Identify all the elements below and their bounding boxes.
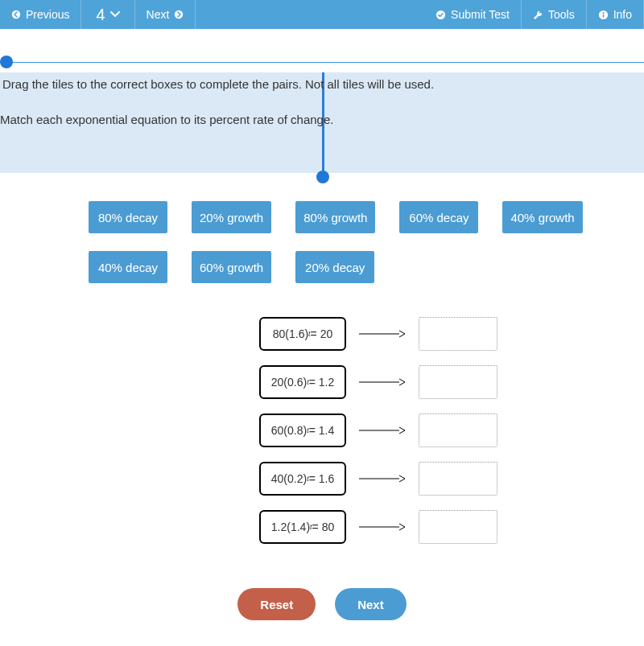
arrow-right-icon	[359, 474, 406, 483]
instruction-line-1: Drag the tiles to the correct boxes to c…	[2, 77, 434, 91]
tile[interactable]: 80% decay	[89, 201, 167, 233]
annotation-line	[0, 62, 644, 63]
chevron-right-icon	[174, 10, 184, 19]
tile[interactable]: 60% decay	[399, 201, 478, 233]
drop-target[interactable]	[419, 317, 497, 351]
instruction-line-2: Match each exponential equation to its p…	[0, 113, 333, 126]
equation-box: 60(0.8)t = 1.4	[259, 414, 346, 447]
match-rows: 80(1.6)t = 2020(0.6)t = 1.260(0.8)t = 1.…	[259, 317, 497, 544]
match-row: 20(0.6)t = 1.2	[259, 365, 497, 399]
submit-label: Submit Test	[451, 8, 510, 21]
question-number: 4	[96, 6, 105, 24]
svg-point-4	[602, 12, 604, 14]
info-icon	[598, 10, 609, 20]
tile[interactable]: 20% decay	[295, 251, 374, 283]
match-row: 40(0.2)t = 1.6	[259, 462, 497, 496]
top-nav: Previous 4 Next Submit Test Tools Info	[0, 0, 644, 29]
tools-button[interactable]: Tools	[522, 0, 587, 29]
tools-label: Tools	[548, 8, 575, 21]
wrench-icon	[533, 10, 543, 20]
match-row: 80(1.6)t = 20	[259, 317, 497, 351]
submit-test-button[interactable]: Submit Test	[424, 0, 522, 29]
chevron-left-icon	[11, 10, 21, 19]
svg-point-0	[12, 10, 20, 19]
reset-button[interactable]: Reset	[237, 588, 316, 620]
drop-target[interactable]	[419, 510, 497, 544]
check-circle-icon	[436, 10, 446, 20]
previous-button[interactable]: Previous	[0, 0, 81, 29]
button-bar: Reset Next	[0, 588, 644, 620]
equation-box: 1.2(1.4)t = 80	[259, 510, 346, 544]
next-step-button[interactable]: Next	[335, 588, 407, 620]
tiles-container: 80% decay 20% growth 80% growth 60% deca…	[89, 201, 604, 301]
match-row: 1.2(1.4)t = 80	[259, 510, 497, 544]
equation-box: 80(1.6)t = 20	[259, 317, 346, 351]
drop-target[interactable]	[419, 414, 497, 447]
match-row: 60(0.8)t = 1.4	[259, 414, 497, 447]
tile[interactable]: 40% growth	[502, 201, 582, 233]
equation-box: 20(0.6)t = 1.2	[259, 365, 346, 399]
tile[interactable]: 20% growth	[192, 201, 271, 233]
svg-point-1	[175, 10, 183, 19]
tile[interactable]: 80% growth	[295, 201, 375, 233]
arrow-right-icon	[359, 522, 406, 532]
annotation-dot[interactable]	[316, 171, 329, 183]
drop-target[interactable]	[419, 462, 497, 496]
tile[interactable]: 40% decay	[89, 251, 167, 283]
annotation-dot[interactable]	[0, 56, 13, 68]
tile-row-2: 40% decay 60% growth 20% decay	[89, 251, 604, 283]
tile-row-1: 80% decay 20% growth 80% growth 60% deca…	[89, 201, 604, 233]
next-label: Next	[147, 8, 170, 21]
drop-target[interactable]	[419, 365, 497, 399]
arrow-right-icon	[359, 329, 406, 339]
arrow-right-icon	[359, 426, 406, 435]
equation-box: 40(0.2)t = 1.6	[259, 462, 346, 496]
info-label: Info	[613, 8, 632, 21]
previous-label: Previous	[26, 8, 69, 21]
next-button[interactable]: Next	[135, 0, 196, 29]
chevron-down-icon	[110, 11, 120, 18]
arrow-right-icon	[359, 377, 406, 387]
question-number-dropdown[interactable]: 4	[81, 0, 134, 29]
info-button[interactable]: Info	[587, 0, 644, 29]
svg-rect-5	[602, 14, 604, 17]
tile[interactable]: 60% growth	[192, 251, 271, 283]
